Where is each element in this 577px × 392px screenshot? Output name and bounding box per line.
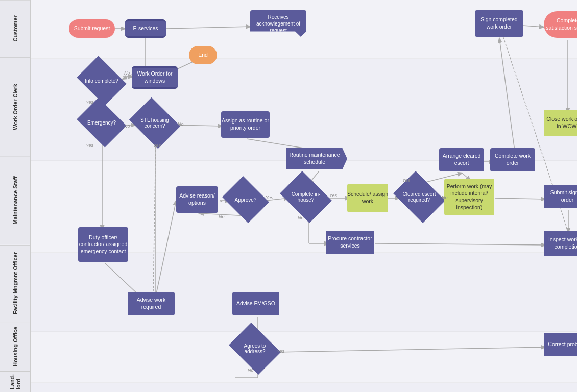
svg-rect-9	[31, 332, 577, 383]
svg-rect-8	[31, 253, 577, 332]
correct-problem-node: Correct problem	[544, 333, 577, 356]
label-yes-stl: Yes	[153, 143, 161, 148]
duty-officer-node: Duty officer/ contractor/ assigned emerg…	[78, 227, 128, 262]
label-no-emergency: No	[124, 124, 130, 129]
submit-signed-node: Submit signed order	[544, 185, 577, 208]
label-yes-info: Yes	[86, 100, 93, 105]
label-yes-emergency: Yes	[86, 143, 93, 148]
svg-line-39	[495, 198, 545, 199]
work-order-windows-node: Work Order for windows	[132, 66, 178, 89]
svg-line-41	[375, 243, 545, 245]
svg-line-25	[220, 201, 222, 202]
swim-lanes: Customer Work Order Clerk Maintenance St…	[0, 0, 31, 392]
main-container: Customer Work Order Clerk Maintenance St…	[0, 0, 577, 392]
label-no-escort: No	[442, 195, 448, 200]
svg-line-46	[276, 347, 545, 352]
label-yes-inhouse: Yes	[329, 193, 337, 198]
lane-housing: Housing Office	[0, 322, 30, 371]
label-yes-agrees: Yes	[277, 349, 284, 354]
e-services-node: E-services	[125, 19, 166, 38]
label-no-stl: No	[178, 121, 184, 127]
inspect-work-node: Inspect work for completion	[544, 231, 577, 256]
sign-work-order-node: Sign completed work order	[475, 10, 523, 37]
lane-customer: Customer	[0, 0, 30, 57]
svg-line-44	[153, 140, 156, 295]
assign-order-node: Assign as routine or priority order	[221, 111, 270, 138]
lane-maintenance: Maintenance Staff	[0, 156, 30, 244]
label-no-agrees: No	[248, 368, 254, 373]
advise-reasons-node: Advise reason/ options	[176, 186, 218, 213]
label-no-info: No	[124, 70, 130, 76]
close-work-order-node: Close work order in WOW	[544, 110, 577, 136]
emergency-node: Emergency?	[82, 107, 122, 138]
lane-landlord: Land-lord	[0, 371, 30, 392]
label-no-approve: No	[219, 214, 225, 219]
complete-work-order-node: Complete work order	[490, 148, 535, 172]
submit-request-node: Submit request	[69, 19, 115, 38]
advise-work-required-node: Advise work required	[128, 292, 175, 315]
schedule-assign-node: Schedule/ assign work	[347, 184, 388, 212]
svg-line-22	[156, 201, 176, 296]
lane-facility: Facility Mngmnt Officer	[0, 245, 30, 322]
end-node: End	[189, 46, 217, 64]
routine-schedule-node: Routine maintenance schedule	[286, 148, 347, 169]
info-complete-node: Info complete?	[82, 65, 122, 96]
agrees-address-node: Agrees to address?	[234, 333, 276, 364]
svg-rect-10	[31, 383, 577, 392]
advise-fm-gso-node: Advise FM/GSO	[232, 292, 279, 315]
stl-housing-node: STL housing concern?	[134, 107, 175, 139]
approve-node: Approve?	[227, 185, 264, 214]
arrange-escort-node: Arrange cleared escort	[439, 148, 484, 172]
perform-work-node: Perform work (may include internal/ supe…	[444, 179, 494, 215]
complete-survey-node: Complete satisfaction survey	[544, 11, 577, 38]
complete-inhouse-node: Complete in-house?	[285, 181, 327, 213]
lane-clerk: Work Order Clerk	[0, 57, 30, 156]
label-yes-approve: Yes	[266, 195, 273, 200]
receives-ack-node: Receives acknowlegement of request	[250, 10, 306, 37]
cleared-escort-node: Cleared escort required?	[398, 181, 440, 213]
diagram-area: Submit request E-services Receives ackno…	[31, 0, 577, 392]
svg-line-36	[499, 38, 515, 151]
procure-contractor-node: Procure contractor services	[326, 231, 374, 254]
svg-line-37	[523, 26, 544, 27]
label-no-inhouse: No	[298, 215, 304, 220]
svg-line-12	[166, 27, 250, 29]
